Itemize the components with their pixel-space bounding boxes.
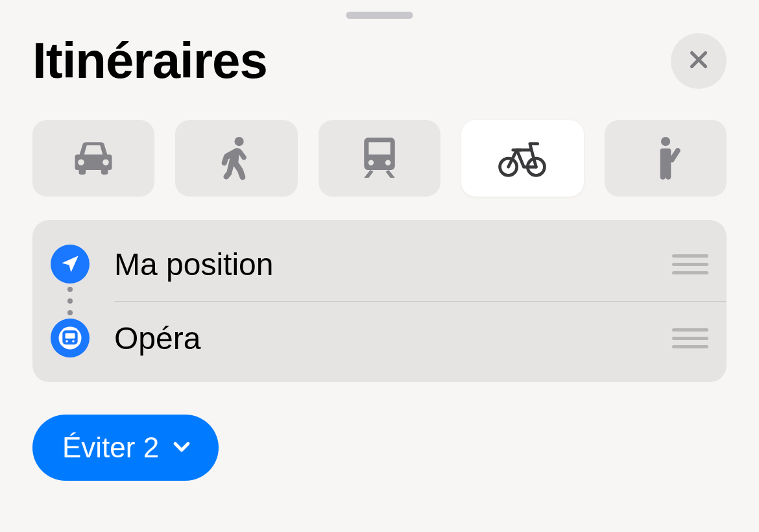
- transport-mode-tabs: [32, 120, 727, 197]
- mode-tab-bike[interactable]: [461, 120, 583, 197]
- avoid-chip-label: Éviter 2: [62, 431, 159, 464]
- car-icon: [69, 133, 118, 184]
- page-title: Itinéraires: [32, 31, 267, 90]
- route-options-row: Éviter 2: [32, 415, 727, 481]
- route-divider: [114, 301, 727, 302]
- svg-rect-6: [66, 333, 75, 339]
- walk-icon: [212, 133, 261, 184]
- directions-sheet: Itinéraires: [0, 0, 759, 532]
- svg-point-0: [234, 136, 243, 145]
- mode-tab-car[interactable]: [32, 120, 154, 197]
- route-from-label: Ma position: [114, 247, 647, 282]
- route-from-row[interactable]: Ma position: [51, 234, 708, 294]
- location-arrow-icon: [51, 245, 90, 284]
- svg-point-4: [661, 136, 670, 145]
- route-dots-icon: [51, 287, 90, 315]
- metro-icon: [51, 319, 90, 357]
- close-button[interactable]: [671, 33, 727, 89]
- sheet-grabber[interactable]: [346, 12, 413, 19]
- close-icon: [687, 48, 710, 73]
- ride-icon: [641, 133, 690, 184]
- mode-tab-transit[interactable]: [319, 120, 440, 197]
- route-connector: [51, 294, 708, 308]
- mode-tab-walk[interactable]: [175, 120, 297, 197]
- route-to-label: Opéra: [114, 320, 647, 356]
- transit-icon: [355, 133, 404, 184]
- route-endpoints-card: Ma position: [32, 220, 727, 382]
- chevron-down-icon: [171, 431, 193, 464]
- svg-point-8: [72, 340, 75, 343]
- svg-rect-1: [376, 139, 383, 141]
- route-to-row[interactable]: Opéra: [51, 308, 708, 368]
- reorder-handle-icon[interactable]: [672, 320, 708, 356]
- bike-icon: [498, 133, 547, 184]
- mode-tab-ride[interactable]: [605, 120, 727, 197]
- reorder-handle-icon[interactable]: [672, 246, 708, 282]
- svg-point-7: [66, 340, 68, 343]
- avoid-options-chip[interactable]: Éviter 2: [32, 415, 219, 481]
